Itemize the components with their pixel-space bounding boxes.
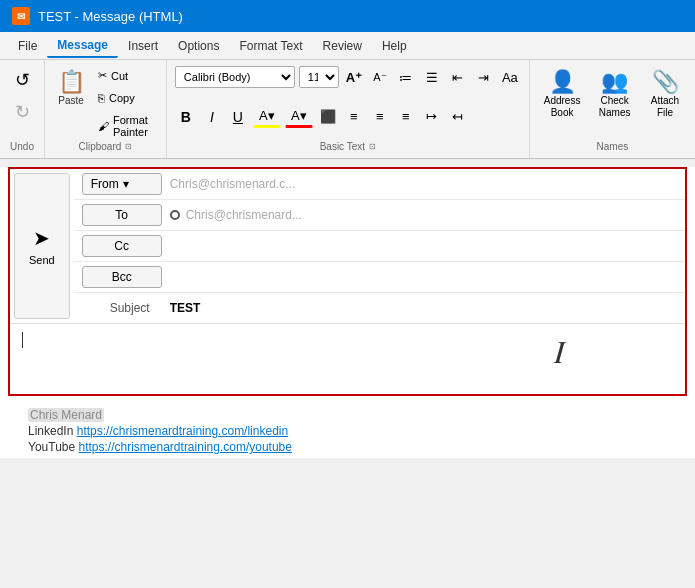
cc-button[interactable]: Cc bbox=[82, 235, 162, 257]
clipboard-label-row: Clipboard ⊡ bbox=[53, 141, 158, 152]
font-row-2: B I U A▾ A▾ ⬛ ≡ ≡ ≡ ↦ ↤ bbox=[175, 106, 521, 128]
bcc-row: Bcc bbox=[74, 262, 685, 293]
email-header-row: ➤ Send From ▾ Chris@chrismenard.c... To bbox=[10, 169, 685, 324]
from-value: Chris@chrismenard.c... bbox=[170, 177, 296, 191]
highlight-color-button[interactable]: A▾ bbox=[253, 106, 281, 128]
align-left-button[interactable]: ⬛ bbox=[317, 106, 339, 128]
text-cursor bbox=[22, 332, 23, 348]
names-content: 👤 Address Book 👥 Check Names 📎 Attach Fi… bbox=[538, 66, 687, 141]
email-fields: From ▾ Chris@chrismenard.c... To bbox=[74, 169, 685, 323]
from-button[interactable]: From ▾ bbox=[82, 173, 162, 195]
sig-linkedin-label: LinkedIn bbox=[28, 424, 73, 438]
align-right-button[interactable]: ≡ bbox=[369, 106, 391, 128]
signature-area: Chris Menard LinkedIn https://chrismenar… bbox=[8, 404, 687, 458]
basic-text-expand-icon[interactable]: ⊡ bbox=[369, 142, 376, 151]
to-input[interactable] bbox=[186, 208, 685, 222]
menu-bar: File Message Insert Options Format Text … bbox=[0, 32, 695, 60]
justify-button[interactable]: ≡ bbox=[395, 106, 417, 128]
numbered-list-button[interactable]: ☰ bbox=[421, 66, 443, 88]
sig-youtube-link[interactable]: https://chrismenardtraining.com/youtube bbox=[79, 440, 292, 454]
bold-button[interactable]: B bbox=[175, 106, 197, 128]
bullet-list-button[interactable]: ≔ bbox=[395, 66, 417, 88]
cc-row: Cc bbox=[74, 231, 685, 262]
clear-format-button[interactable]: Aa bbox=[499, 66, 521, 88]
font-grow-button[interactable]: A⁺ bbox=[343, 66, 365, 88]
bcc-button[interactable]: Bcc bbox=[82, 266, 162, 288]
subject-row: Subject bbox=[74, 293, 685, 323]
names-label-row: Names bbox=[538, 141, 687, 152]
to-button[interactable]: To bbox=[82, 204, 162, 226]
subject-input[interactable] bbox=[170, 301, 685, 315]
font-shrink-button[interactable]: A⁻ bbox=[369, 66, 391, 88]
underline-button[interactable]: U bbox=[227, 106, 249, 128]
ibeam-cursor-icon: 𝐼 bbox=[554, 334, 565, 371]
send-button[interactable]: ➤ Send bbox=[14, 173, 70, 319]
compose-area: ➤ Send From ▾ Chris@chrismenard.c... To bbox=[0, 167, 695, 458]
sig-name: Chris Menard bbox=[28, 408, 667, 422]
cut-button[interactable]: ✂ Cut bbox=[93, 66, 158, 85]
bcc-input[interactable] bbox=[170, 270, 685, 284]
title-bar: ✉ TEST - Message (HTML) bbox=[0, 0, 695, 32]
address-book-icon: 👤 bbox=[549, 71, 576, 93]
menu-review[interactable]: Review bbox=[313, 35, 372, 57]
copy-button[interactable]: ⎘ Copy bbox=[93, 89, 158, 107]
menu-file[interactable]: File bbox=[8, 35, 47, 57]
attach-file-button[interactable]: 📎 Attach File bbox=[643, 66, 687, 124]
small-clipboard: ✂ Cut ⎘ Copy 🖌 Format Painter bbox=[93, 66, 158, 141]
format-painter-label: Format Painter bbox=[113, 114, 153, 138]
redo-button[interactable]: ↻ bbox=[8, 98, 36, 126]
align-center-button[interactable]: ≡ bbox=[343, 106, 365, 128]
clipboard-group: 📋 Paste ✂ Cut ⎘ Copy 🖌 Format Painter bbox=[45, 60, 167, 158]
font-size-select[interactable]: 11 bbox=[299, 66, 339, 88]
check-names-button[interactable]: 👥 Check Names bbox=[590, 66, 639, 124]
font-row-1: Calibri (Body) 11 A⁺ A⁻ ≔ ☰ ⇤ ⇥ Aa bbox=[175, 66, 521, 88]
from-label: From bbox=[91, 177, 119, 191]
email-body[interactable]: 𝐼 bbox=[10, 324, 685, 394]
font-color-button[interactable]: A▾ bbox=[285, 106, 313, 128]
menu-options[interactable]: Options bbox=[168, 35, 229, 57]
from-row: From ▾ Chris@chrismenard.c... bbox=[74, 169, 685, 200]
menu-format-text[interactable]: Format Text bbox=[229, 35, 312, 57]
format-painter-button[interactable]: 🖌 Format Painter bbox=[93, 111, 158, 141]
check-names-label: Check Names bbox=[595, 95, 634, 119]
basic-text-group-label: Basic Text bbox=[320, 141, 365, 152]
subject-label: Subject bbox=[82, 301, 162, 315]
copy-icon: ⎘ bbox=[98, 92, 105, 104]
italic-button[interactable]: I bbox=[201, 106, 223, 128]
sig-name-blurred: Chris Menard bbox=[28, 408, 104, 422]
window-title: TEST - Message (HTML) bbox=[38, 9, 183, 24]
font-name-select[interactable]: Calibri (Body) bbox=[175, 66, 295, 88]
address-book-label: Address Book bbox=[543, 95, 581, 119]
undo-button[interactable]: ↺ bbox=[8, 66, 36, 94]
format-painter-icon: 🖌 bbox=[98, 120, 109, 132]
font-group: Calibri (Body) 11 A⁺ A⁻ ≔ ☰ ⇤ ⇥ Aa B I U… bbox=[167, 60, 530, 158]
to-radio bbox=[170, 210, 180, 220]
menu-insert[interactable]: Insert bbox=[118, 35, 168, 57]
names-group-label: Names bbox=[597, 141, 629, 152]
sig-linkedin-link[interactable]: https://chrismenardtraining.com/linkedin bbox=[77, 424, 288, 438]
indent-increase-button[interactable]: ⇥ bbox=[473, 66, 495, 88]
attach-file-label: Attach File bbox=[648, 95, 682, 119]
indent-decrease-button[interactable]: ⇤ bbox=[447, 66, 469, 88]
from-dropdown-icon: ▾ bbox=[123, 177, 129, 191]
cut-label: Cut bbox=[111, 70, 128, 82]
ltr-button[interactable]: ↦ bbox=[421, 106, 443, 128]
address-book-button[interactable]: 👤 Address Book bbox=[538, 66, 586, 124]
basic-text-label-row: Basic Text ⊡ bbox=[175, 141, 521, 152]
check-names-icon: 👥 bbox=[601, 71, 628, 93]
rtl-button[interactable]: ↤ bbox=[447, 106, 469, 128]
paste-label: Paste bbox=[58, 95, 84, 106]
menu-message[interactable]: Message bbox=[47, 34, 118, 58]
app-icon: ✉ bbox=[12, 7, 30, 25]
to-row: To bbox=[74, 200, 685, 231]
names-group: 👤 Address Book 👥 Check Names 📎 Attach Fi… bbox=[530, 60, 695, 158]
undo-group-label: Undo bbox=[10, 141, 34, 152]
attach-file-icon: 📎 bbox=[652, 71, 679, 93]
paste-icon: 📋 bbox=[58, 71, 85, 93]
cc-input[interactable] bbox=[170, 239, 685, 253]
menu-help[interactable]: Help bbox=[372, 35, 417, 57]
send-label: Send bbox=[29, 254, 55, 266]
paste-button[interactable]: 📋 Paste bbox=[53, 66, 89, 141]
clipboard-expand-icon[interactable]: ⊡ bbox=[125, 142, 132, 151]
send-icon: ➤ bbox=[33, 226, 50, 250]
